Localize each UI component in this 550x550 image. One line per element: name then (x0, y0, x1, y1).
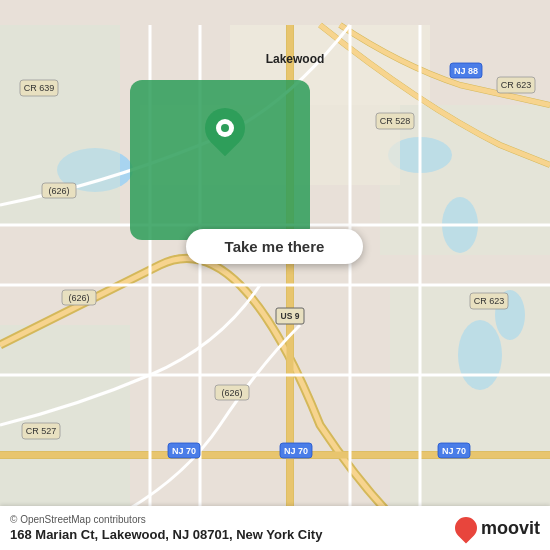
svg-text:CR 623: CR 623 (501, 80, 532, 90)
moovit-wordmark: moovit (481, 518, 540, 539)
moovit-logo: moovit (455, 517, 540, 539)
svg-text:NJ 88: NJ 88 (454, 66, 478, 76)
bottom-bar: © OpenStreetMap contributors 168 Marian … (0, 506, 550, 550)
svg-text:NJ 70: NJ 70 (284, 446, 308, 456)
moovit-pin-icon (450, 512, 481, 543)
svg-text:NJ 70: NJ 70 (172, 446, 196, 456)
svg-text:CR 528: CR 528 (380, 116, 411, 126)
location-pin (205, 108, 245, 156)
svg-rect-8 (0, 325, 130, 525)
svg-text:CR 623: CR 623 (474, 296, 505, 306)
svg-text:(626): (626) (68, 293, 89, 303)
svg-text:Lakewood: Lakewood (266, 52, 325, 66)
address-section: © OpenStreetMap contributors 168 Marian … (10, 514, 322, 542)
svg-text:(626): (626) (221, 388, 242, 398)
take-me-there-button[interactable]: Take me there (186, 229, 363, 264)
svg-text:CR 527: CR 527 (26, 426, 57, 436)
svg-text:NJ 70: NJ 70 (442, 446, 466, 456)
osm-credit: © OpenStreetMap contributors (10, 514, 322, 525)
svg-rect-9 (390, 285, 550, 525)
svg-text:CR 639: CR 639 (24, 83, 55, 93)
address-text: 168 Marian Ct, Lakewood, NJ 08701, New Y… (10, 527, 322, 542)
svg-text:US 9: US 9 (281, 311, 300, 321)
map-container: CR 639 NJ 88 CR 528 CR 623 (626) (626) U… (0, 0, 550, 550)
map-highlight-region (130, 80, 310, 240)
svg-text:(626): (626) (48, 186, 69, 196)
